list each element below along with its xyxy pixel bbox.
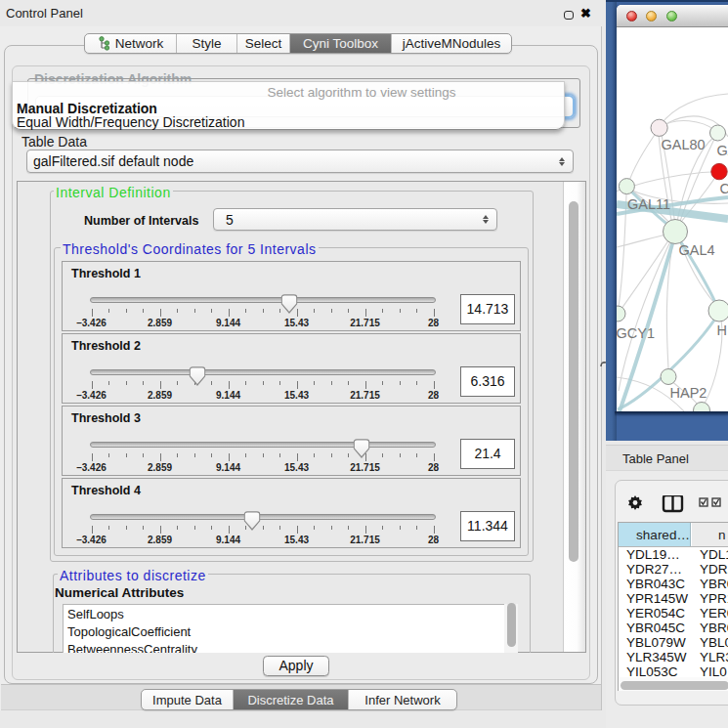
svg-text:GAL11: GAL11 (627, 196, 670, 212)
svg-text:GAL4: GAL4 (679, 242, 715, 258)
svg-text:C: C (720, 181, 728, 196)
svg-text:HAP2: HAP2 (670, 385, 707, 401)
svg-text:H: H (717, 322, 727, 338)
svg-text:GA: GA (717, 143, 728, 158)
svg-text:GAL80: GAL80 (662, 137, 706, 152)
svg-text:GCY1: GCY1 (617, 325, 655, 341)
